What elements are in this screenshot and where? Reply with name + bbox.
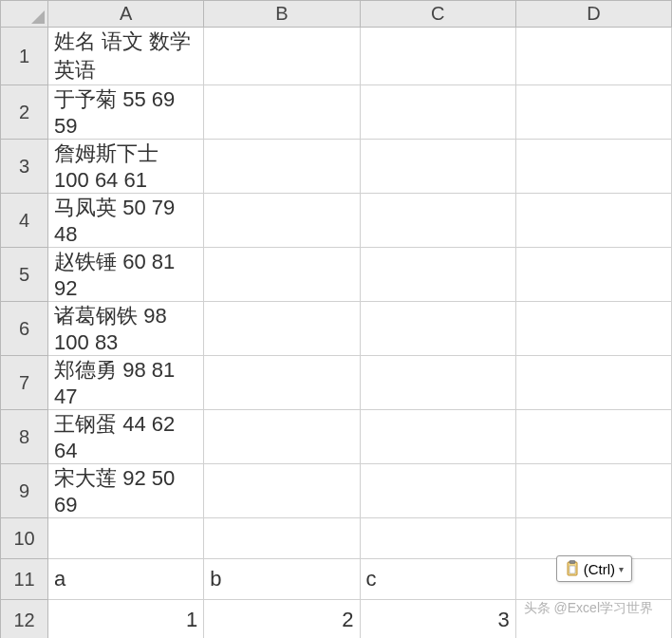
row-6: 6 诸葛钢铁 98 100 83 [1, 302, 672, 356]
row-2: 2 于予菊 55 69 59 [1, 85, 672, 140]
col-header-C[interactable]: C [360, 1, 515, 28]
cell-D3[interactable] [515, 140, 671, 194]
cell-B10[interactable] [204, 518, 360, 559]
row-header-3[interactable]: 3 [1, 140, 48, 194]
watermark-text: 头条 @Excel学习世界 [524, 600, 653, 617]
cell-B9[interactable] [204, 464, 360, 518]
chevron-down-icon: ▾ [619, 564, 624, 574]
cell-D4[interactable] [515, 194, 671, 248]
row-header-8[interactable]: 8 [1, 410, 48, 464]
cell-C6[interactable] [360, 302, 515, 356]
paste-options-label: (Ctrl) [584, 561, 615, 577]
cell-A10[interactable] [48, 518, 204, 559]
cell-C9[interactable] [360, 464, 515, 518]
cell-A1[interactable]: 姓名 语文 数学 英语 [48, 28, 204, 85]
column-header-row: A B C D [1, 1, 672, 28]
row-3: 3 詹姆斯下士 100 64 61 [1, 140, 672, 194]
cell-D8[interactable] [515, 410, 671, 464]
row-header-9[interactable]: 9 [1, 464, 48, 518]
spreadsheet-grid: A B C D 1 姓名 语文 数学 英语 2 于予菊 55 69 59 3 詹… [0, 0, 672, 638]
clipboard-icon [565, 560, 580, 577]
svg-rect-1 [569, 561, 575, 564]
cell-B11[interactable]: b [204, 559, 360, 600]
row-header-7[interactable]: 7 [1, 356, 48, 410]
cell-C11[interactable]: c [360, 559, 515, 600]
row-9: 9 宋大莲 92 50 69 [1, 464, 672, 518]
cell-C10[interactable] [360, 518, 515, 559]
row-header-11[interactable]: 11 [1, 559, 48, 600]
row-4: 4 马凤英 50 79 48 [1, 194, 672, 248]
cell-A2[interactable]: 于予菊 55 69 59 [48, 85, 204, 140]
select-all-corner[interactable] [1, 1, 48, 28]
cell-D9[interactable] [515, 464, 671, 518]
cell-B8[interactable] [204, 410, 360, 464]
paste-options-button[interactable]: (Ctrl) ▾ [556, 555, 632, 582]
cell-D5[interactable] [515, 248, 671, 302]
cell-C8[interactable] [360, 410, 515, 464]
cell-A4[interactable]: 马凤英 50 79 48 [48, 194, 204, 248]
cell-A7[interactable]: 郑德勇 98 81 47 [48, 356, 204, 410]
row-header-1[interactable]: 1 [1, 28, 48, 85]
row-header-2[interactable]: 2 [1, 85, 48, 140]
cell-D2[interactable] [515, 85, 671, 140]
row-header-4[interactable]: 4 [1, 194, 48, 248]
row-header-5[interactable]: 5 [1, 248, 48, 302]
row-8: 8 王钢蛋 44 62 64 [1, 410, 672, 464]
cell-B1[interactable] [204, 28, 360, 85]
row-header-10[interactable]: 10 [1, 518, 48, 559]
cell-D10[interactable] [515, 518, 671, 559]
row-7: 7 郑德勇 98 81 47 [1, 356, 672, 410]
cell-A6[interactable]: 诸葛钢铁 98 100 83 [48, 302, 204, 356]
cell-A9[interactable]: 宋大莲 92 50 69 [48, 464, 204, 518]
cell-C3[interactable] [360, 140, 515, 194]
row-header-12[interactable]: 12 [1, 600, 48, 639]
row-1: 1 姓名 语文 数学 英语 [1, 28, 672, 85]
row-10: 10 [1, 518, 672, 559]
cell-A5[interactable]: 赵铁锤 60 81 92 [48, 248, 204, 302]
cell-C1[interactable] [360, 28, 515, 85]
cell-B7[interactable] [204, 356, 360, 410]
cell-D1[interactable] [515, 28, 671, 85]
cell-A3[interactable]: 詹姆斯下士 100 64 61 [48, 140, 204, 194]
cell-A8[interactable]: 王钢蛋 44 62 64 [48, 410, 204, 464]
cell-B12[interactable]: 2 [204, 600, 360, 639]
cell-A12[interactable]: 1 [48, 600, 204, 639]
cell-B4[interactable] [204, 194, 360, 248]
cell-B2[interactable] [204, 85, 360, 140]
cell-C7[interactable] [360, 356, 515, 410]
cell-D6[interactable] [515, 302, 671, 356]
cell-C12[interactable]: 3 [360, 600, 515, 639]
cell-A11[interactable]: a [48, 559, 204, 600]
cell-D7[interactable] [515, 356, 671, 410]
cell-B6[interactable] [204, 302, 360, 356]
cell-B5[interactable] [204, 248, 360, 302]
cell-C4[interactable] [360, 194, 515, 248]
col-header-B[interactable]: B [204, 1, 360, 28]
col-header-A[interactable]: A [48, 1, 204, 28]
svg-rect-2 [569, 566, 575, 573]
row-5: 5 赵铁锤 60 81 92 [1, 248, 672, 302]
cell-C5[interactable] [360, 248, 515, 302]
col-header-D[interactable]: D [515, 1, 671, 28]
corner-triangle-icon [31, 10, 45, 24]
row-header-6[interactable]: 6 [1, 302, 48, 356]
cell-B3[interactable] [204, 140, 360, 194]
cell-C2[interactable] [360, 85, 515, 140]
